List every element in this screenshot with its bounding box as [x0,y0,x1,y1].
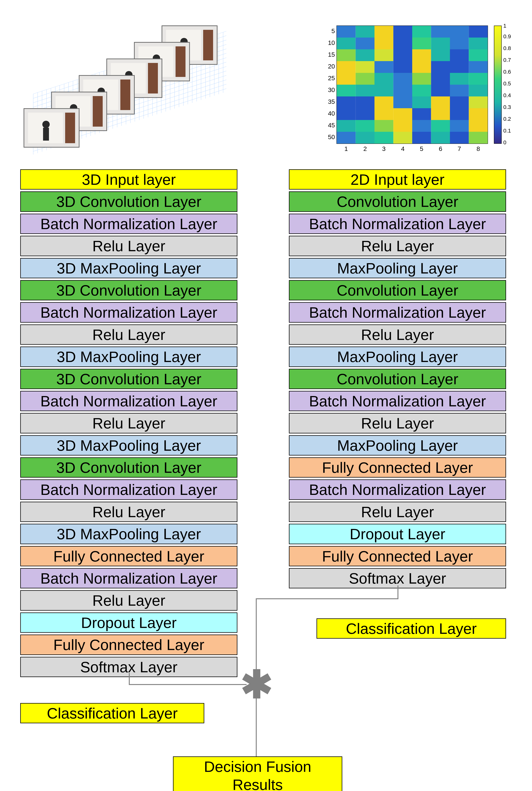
left-layer: Batch Normalization Layer [20,391,238,411]
colorbar-tick: 0 [503,139,507,145]
svg-rect-86 [469,132,488,144]
svg-rect-66 [394,108,412,120]
svg-rect-55 [337,96,356,108]
left-layer: 3D Convolution Layer [20,369,238,389]
svg-rect-12 [431,26,450,38]
svg-rect-76 [431,120,450,132]
svg-rect-41 [375,73,394,84]
svg-rect-69 [450,108,469,120]
left-layer: 3D MaxPooling Layer [20,524,238,544]
svg-rect-62 [469,96,488,108]
right-layer: Fully Connected Layer [289,457,506,477]
right-layer: Batch Normalization Layer [289,391,506,411]
heatmap-ytick: 20 [328,63,335,70]
left-layer: Fully Connected Layer [20,635,238,655]
svg-rect-71 [337,120,356,132]
svg-rect-82 [394,132,412,144]
svg-rect-68 [431,108,450,120]
svg-rect-44 [431,73,450,84]
svg-rect-17 [375,38,394,49]
connector-wire [256,598,257,673]
svg-rect-42 [394,73,412,84]
svg-rect-35 [412,61,431,73]
left-layer: Batch Normalization Layer [20,214,238,234]
left-layer: 3D Convolution Layer [20,191,238,212]
left-layer: Relu Layer [20,413,238,433]
svg-rect-73 [375,120,394,132]
right-layer: Batch Normalization Layer [289,479,506,500]
left-layer: Relu Layer [20,324,238,345]
svg-rect-84 [431,132,450,144]
right-layer: Fully Connected Layer [289,546,506,566]
colorbar-tick: 0.6 [503,69,511,75]
svg-rect-30 [469,49,488,61]
left-layer: Relu Layer [20,236,238,256]
svg-rect-48 [356,84,375,96]
heatmap-ytick: 35 [328,98,335,105]
left-layer: Relu Layer [20,590,238,610]
svg-rect-64 [356,108,375,120]
heatmap-xtick: 8 [477,145,480,152]
svg-rect-8 [356,26,375,38]
heatmap-ytick: 15 [328,51,335,58]
svg-rect-36 [431,61,450,73]
heatmap-xtick: 7 [458,145,461,152]
left-layer: 3D Input layer [20,169,238,190]
svg-rect-40 [356,73,375,84]
left-layer: 3D Convolution Layer [20,280,238,300]
svg-rect-58 [394,96,412,108]
svg-rect-56 [356,96,375,108]
colorbar-tick: 0.9 [503,33,511,39]
svg-rect-49 [375,84,394,96]
svg-rect-46 [469,73,488,84]
svg-rect-53 [450,84,469,96]
svg-rect-19 [412,38,431,49]
heatmap-xtick: 6 [439,145,442,152]
colorbar-tick: 0.2 [503,116,511,122]
svg-rect-11 [412,26,431,38]
merge-asterisk-icon: ✱ [241,665,273,704]
svg-rect-85 [450,132,469,144]
right-layer: Dropout Layer [289,524,506,544]
colorbar-tick: 0.4 [503,92,511,98]
connector-wire [398,585,398,598]
left-layer: Dropout Layer [20,613,238,633]
right-layer: Relu Layer [289,502,506,522]
right-layer: Convolution Layer [289,369,506,389]
right-layer: Relu Layer [289,236,506,256]
svg-rect-20 [431,38,450,49]
svg-rect-32 [356,61,375,73]
svg-rect-78 [469,120,488,132]
right-layer: Convolution Layer [289,280,506,300]
heatmap-ytick: 30 [328,86,335,93]
svg-rect-33 [375,61,394,73]
left-layer: 3D MaxPooling Layer [20,258,238,278]
svg-rect-52 [431,84,450,96]
svg-rect-13 [450,26,469,38]
right-classification-layer: Classification Layer [317,618,506,639]
svg-rect-24 [356,49,375,61]
right-layer: 2D Input layer [289,169,506,190]
heatmap-ytick: 25 [328,75,335,81]
svg-rect-61 [450,96,469,108]
svg-rect-9 [375,26,394,38]
svg-rect-15 [337,38,356,49]
svg-rect-77 [450,120,469,132]
svg-rect-59 [412,96,431,108]
right-layer: Batch Normalization Layer [289,302,506,322]
left-layer: Fully Connected Layer [20,546,238,566]
svg-rect-37 [450,61,469,73]
heatmap-ytick: 10 [328,39,335,46]
left-layer: 3D MaxPooling Layer [20,346,238,367]
svg-rect-22 [469,38,488,49]
svg-rect-87 [494,26,501,144]
svg-rect-18 [394,38,412,49]
svg-rect-21 [450,38,469,49]
svg-rect-16 [356,38,375,49]
colorbar-tick: 0.3 [503,104,511,110]
heatmap-ytick: 5 [331,27,335,34]
right-layer: Relu Layer [289,324,506,345]
svg-rect-70 [469,108,488,120]
connector-wire [129,684,247,685]
svg-rect-34 [394,61,412,73]
